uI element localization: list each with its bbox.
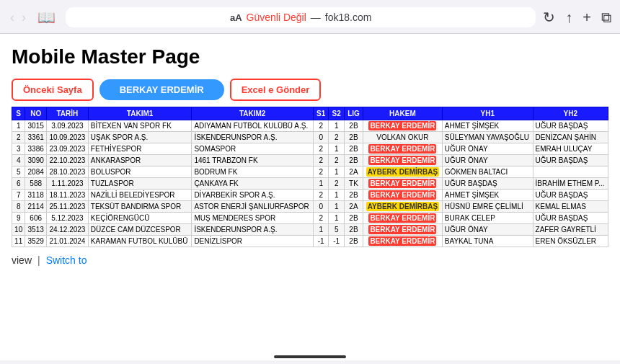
cell-no: 606 [25,213,47,224]
cell-yh1: AHMET ŞİMŞEK [442,120,533,132]
cell-lig: 2B [344,155,363,167]
cell-takim2: ADIYAMAN FUTBOL KULÜBÜ A.Ş. [192,120,314,132]
cell-hakem: BERKAY ERDEMİR [363,224,442,236]
cell-takim2: DENİZLİSPOR [192,236,314,247]
cell-lig: 2B [344,120,363,132]
cell-yh2 [533,167,608,178]
col-s2: S2 [329,107,345,120]
cell-lig: 2B [344,190,363,201]
cell-no: 3513 [25,224,47,236]
cell-hakem: BERKAY ERDEMİR [363,190,442,201]
cell-tarih: 3.09.2023 [47,120,89,132]
cell-takim2: İSKENDERUNSPOR A.Ş. [192,224,314,236]
cell-takim2: BODRUM FK [192,167,314,178]
table-row: 10351324.12.2023DÜZCE CAM DÜZCESPORİSKEN… [12,224,608,236]
cell-s: 11 [12,236,25,247]
berkay-erdemir-button[interactable]: BERKAY ERDEMİR [99,79,224,100]
text-size-button[interactable]: aA [230,12,242,23]
cell-s: 4 [12,155,25,167]
url-bar[interactable]: aA Güvenli Değil — fok18.com [66,7,536,27]
cell-yh2: KEMAL ELMAS [533,201,608,213]
cell-hakem: BERKAY ERDEMİR [363,236,442,247]
data-table: S NO TARİH TAKIM1 TAKIM2 S1 S2 LIG HAKEM… [12,107,608,247]
cell-s2: 2 [329,178,345,190]
url-domain: fok18.com [325,12,372,23]
cell-s1: 0 [313,132,329,143]
cell-s: 1 [12,120,25,132]
back-button[interactable]: ‹ [9,10,16,25]
cell-lig: 2B [344,224,363,236]
cell-tarih: 21.01.2024 [47,236,89,247]
cell-s2: 1 [329,201,345,213]
cell-s1: -1 [313,236,329,247]
scroll-indicator [274,355,346,358]
table-row: 96065.12.2023KEÇİÖRENGÜCÜMUŞ MENDERES SP… [12,213,608,224]
cell-tarih: 23.09.2023 [47,143,89,155]
cell-s: 7 [12,190,25,201]
cell-yh1: UĞUR BAŞDAŞ [442,178,533,190]
tabs-button[interactable]: ⧉ [601,9,611,26]
cell-yh1: UĞUR ÖNAY [442,224,533,236]
cell-takim1: NAZİLLİ BELEDİYESPOR [88,190,192,201]
cell-s1: 2 [313,167,329,178]
cell-s2: 1 [329,167,345,178]
cell-lig: 2B [344,132,363,143]
cell-yh1: UĞUR ÖNAY [442,155,533,167]
cell-s1: 2 [313,120,329,132]
cell-hakem: BERKAY ERDEMİR [363,178,442,190]
col-takim2: TAKIM2 [192,107,314,120]
table-row: 3338623.09.2023FETHİYESPORSOMASPOR212BBE… [12,143,608,155]
cell-tarih: 10.09.2023 [47,132,89,143]
cell-no: 3361 [25,132,47,143]
cell-s2: 1 [329,190,345,201]
cell-s2: 1 [329,120,345,132]
cell-hakem: BERKAY ERDEMİR [363,120,442,132]
toolbar: Önceki Sayfa BERKAY ERDEMİR Excel e Gönd… [12,79,608,101]
switch-to-link[interactable]: Switch to [46,254,87,266]
excel-gonder-button[interactable]: Excel e Gönder [230,79,322,101]
add-tab-button[interactable]: + [583,9,591,26]
cell-s1: 0 [313,201,329,213]
cell-no: 3015 [25,120,47,132]
cell-tarih: 22.10.2023 [47,155,89,167]
cell-tarih: 25.11.2023 [47,201,89,213]
footer: view | Switch to [12,254,608,266]
forward-button[interactable]: › [20,10,27,25]
table-row: 65881.11.2023TUZLASPORÇANKAYA FK12TKBERK… [12,178,608,190]
cell-s: 3 [12,143,25,155]
cell-lig: 2A [344,167,363,178]
cell-yh2: EREN ÖKSÜZLER [533,236,608,247]
col-hakem: HAKEM [363,107,442,120]
table-row: 5208428.10.2023BOLUSPORBODRUM FK212AAYBE… [12,167,608,178]
cell-lig: 2B [344,213,363,224]
reload-button[interactable]: ↻ [543,9,555,26]
col-tarih: TARİH [47,107,89,120]
cell-s2: -1 [329,236,345,247]
share-button[interactable]: ↑ [565,9,572,26]
nav-buttons: ‹ › [9,10,27,25]
cell-yh2: İBRAHİM ETHEM P... [533,178,608,190]
cell-lig: 2B [344,236,363,247]
cell-s1: 1 [313,224,329,236]
cell-s: 6 [12,178,25,190]
cell-takim1: BİTEXEN VAN SPOR FK [88,120,192,132]
col-s1: S1 [313,107,329,120]
onceki-sayfa-button[interactable]: Önceki Sayfa [12,79,94,101]
col-s: S [12,107,25,120]
cell-s1: 2 [313,143,329,155]
cell-takim2: MUŞ MENDERES SPOR [192,213,314,224]
table-row: 4309022.10.2023ANKARASPOR1461 TRABZON FK… [12,155,608,167]
cell-tarih: 18.11.2023 [47,190,89,201]
cell-s2: 1 [329,213,345,224]
bookmarks-icon[interactable]: 📖 [37,9,56,26]
cell-s2: 5 [329,224,345,236]
cell-yh2: UĞUR BAŞDAŞ [533,120,608,132]
col-yh1: YH1 [442,107,533,120]
cell-yh1: SÜLEYMAN YAVAŞOĞLU [442,132,533,143]
cell-s: 10 [12,224,25,236]
cell-no: 3118 [25,190,47,201]
cell-hakem: BERKAY ERDEMİR [363,155,442,167]
cell-yh1: HÜSNÜ EMRE ÇELİMLİ [442,201,533,213]
cell-hakem: VOLKAN OKUR [363,132,442,143]
cell-takim1: DÜZCE CAM DÜZCESPOR [88,224,192,236]
